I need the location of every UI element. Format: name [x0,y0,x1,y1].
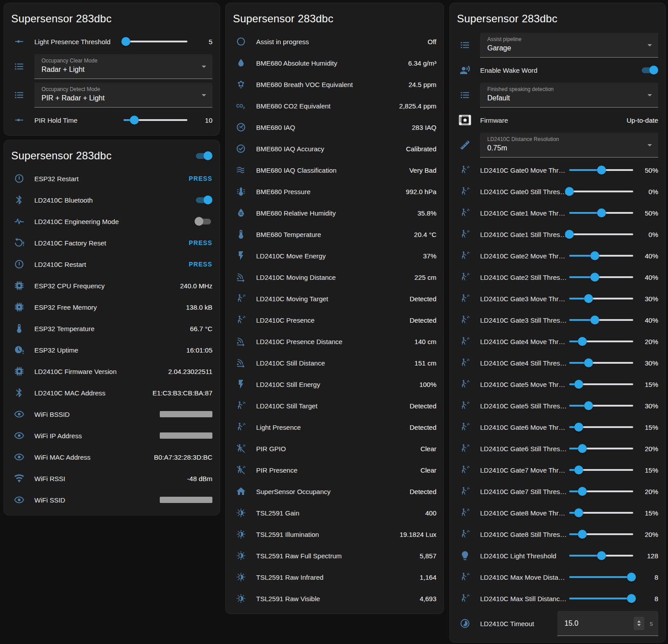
row-bme680-iaq[interactable]: BME680 IAQ283 IAQ [226,116,444,138]
row-ld2410c-still-energy[interactable]: LD2410C Still Energy100% [226,374,444,395]
row-wifi-ip-address[interactable]: WiFi IP Address [4,425,220,446]
slider-thumb[interactable] [565,230,574,239]
row-bme680-iaq-classification[interactable]: BME680 IAQ ClassificationVery Bad [226,159,444,181]
row-ld2410c-max-still-distanc[interactable]: LD2410C Max Still Distanc…8 [450,588,665,609]
select-finished-speaking-detection[interactable]: Finished speaking detectionDefault [480,83,658,108]
row-finished-speaking-detection[interactable]: Finished speaking detectionDefault [450,81,665,109]
row-supersensor-occupancy[interactable]: SuperSensor OccupancyDetected [226,481,444,502]
slider-ld2410c-gate1-still-thres[interactable] [569,230,633,239]
slider-ld2410c-light-threshold[interactable] [569,551,633,560]
press-button[interactable]: PRESS [189,175,212,182]
slider-ld2410c-gate7-still-thres[interactable] [569,487,633,496]
row-ld2410c-gate0-move-thr[interactable]: LD2410C Gate0 Move Thr…50% [450,159,665,181]
slider-thumb[interactable] [627,594,636,603]
card-header-toggle[interactable] [195,151,212,160]
row-ld2410c-gate8-still-thres[interactable]: LD2410C Gate8 Still Thres…20% [450,524,665,545]
slider-ld2410c-gate3-still-thres[interactable] [569,316,633,324]
slider-light-presence-threshold[interactable] [124,37,187,46]
slider-ld2410c-max-move-dista[interactable] [569,573,633,582]
slider-thumb[interactable] [590,316,599,324]
select-ld2410c-distance-resolution[interactable]: LD2410C Distance Resolution0.75m [480,133,658,158]
row-pir-hold-time[interactable]: PIR Hold Time10 [4,109,220,131]
row-bme680-iaq-accuracy[interactable]: BME680 IAQ AccuracyCalibrated [226,138,444,159]
row-ld2410c-restart[interactable]: LD2410C RestartPRESS [4,253,220,275]
slider-thumb[interactable] [574,508,583,517]
row-ld2410c-gate1-still-thres[interactable]: LD2410C Gate1 Still Thres…0% [450,224,665,245]
select-occupancy-detect-mode[interactable]: Occupancy Detect ModePIR + Radar + Light [34,83,212,108]
slider-thumb[interactable] [574,465,583,474]
slider-thumb[interactable] [584,358,593,367]
row-tsl2591-raw-visible[interactable]: TSL2591 Raw Visible4,693 [226,588,444,609]
row-esp32-uptime[interactable]: ESP32 Uptime16:01:05 [4,339,220,361]
number-input-ld2410c-timeout[interactable]: 15.0s [557,611,658,636]
row-ld2410c-firmware-version[interactable]: LD2410C Firmware Version2.04.23022511 [4,361,220,382]
row-assist-pipeline[interactable]: Assist pipelineGarage [450,31,665,59]
stepper-down-icon[interactable] [637,624,641,626]
row-ld2410c-still-target[interactable]: LD2410C Still TargetDetected [226,395,444,416]
slider-thumb[interactable] [578,337,587,346]
row-ld2410c-gate8-move-thr[interactable]: LD2410C Gate8 Move Thr…15% [450,502,665,524]
slider-thumb[interactable] [121,37,130,46]
slider-thumb[interactable] [574,380,583,389]
row-enable-wake-word[interactable]: Enable Wake Word [450,59,665,81]
slider-ld2410c-gate6-move-thr[interactable] [569,423,633,432]
slider-thumb[interactable] [584,401,593,410]
slider-ld2410c-gate0-move-thr[interactable] [569,166,633,175]
row-ld2410c-presence-distance[interactable]: LD2410C Presence Distance140 cm [226,331,444,352]
row-ld2410c-gate6-move-thr[interactable]: LD2410C Gate6 Move Thr…15% [450,416,665,438]
slider-pir-hold-time[interactable] [124,116,187,125]
row-esp32-restart[interactable]: ESP32 RestartPRESS [4,168,220,189]
row-ld2410c-gate2-move-thr[interactable]: LD2410C Gate2 Move Thr…40% [450,245,665,266]
slider-thumb[interactable] [597,208,606,217]
slider-ld2410c-gate0-still-thres[interactable] [569,187,633,196]
slider-ld2410c-gate6-still-thres[interactable] [569,444,633,453]
slider-ld2410c-gate7-move-thr[interactable] [569,465,633,474]
row-ld2410c-move-energy[interactable]: LD2410C Move Energy37% [226,245,444,266]
slider-thumb[interactable] [584,294,593,303]
row-occupancy-detect-mode[interactable]: Occupancy Detect ModePIR + Radar + Light [4,81,220,109]
toggle-ld2410c-engineering-mode[interactable] [195,217,212,226]
row-ld2410c-still-distance[interactable]: LD2410C Still Distance151 cm [226,352,444,374]
slider-thumb[interactable] [597,166,606,175]
row-pir-gpio[interactable]: PIR GPIOClear [226,438,444,459]
toggle-ld2410c-bluetooth[interactable] [195,195,212,204]
row-pir-presence[interactable]: PIR PresenceClear [226,459,444,481]
toggle-enable-wake-word[interactable] [640,66,658,75]
row-ld2410c-mac-address[interactable]: LD2410C MAC AddressE1:C3:B3:CB:BA:87 [4,382,220,403]
row-bme680-breath-voc-equivalent[interactable]: BME680 Breath VOC Equivalent24.5 ppm [226,74,444,95]
row-bme680-temperature[interactable]: BME680 Temperature20.4 °C [226,224,444,245]
number-stepper[interactable] [634,617,644,630]
row-ld2410c-gate7-still-thres[interactable]: LD2410C Gate7 Still Thres…20% [450,481,665,502]
row-ld2410c-gate5-still-thres[interactable]: LD2410C Gate5 Still Thres…30% [450,395,665,416]
slider-thumb[interactable] [130,116,139,125]
row-tsl2591-gain[interactable]: TSL2591 Gain400 [226,502,444,524]
slider-thumb[interactable] [578,530,587,539]
row-ld2410c-timeout[interactable]: LD2410C Timeout15.0s [450,609,665,638]
row-wifi-bssid[interactable]: WiFi BSSID [4,403,220,425]
slider-ld2410c-max-still-distanc[interactable] [569,594,633,603]
slider-thumb[interactable] [590,273,599,282]
row-ld2410c-gate3-still-thres[interactable]: LD2410C Gate3 Still Thres…40% [450,309,665,331]
row-ld2410c-gate4-move-thr[interactable]: LD2410C Gate4 Move Thr…20% [450,331,665,352]
row-ld2410c-factory-reset[interactable]: LD2410C Factory ResetPRESS [4,232,220,253]
row-ld2410c-gate3-move-thr[interactable]: LD2410C Gate3 Move Thr…30% [450,288,665,309]
row-ld2410c-gate6-still-thres[interactable]: LD2410C Gate6 Still Thres…20% [450,438,665,459]
row-ld2410c-max-move-dista[interactable]: LD2410C Max Move Dista…8 [450,566,665,588]
row-bme680-absolute-humidity[interactable]: BME680 Absolute Humidity6.34 g/m³ [226,52,444,74]
select-occupancy-clear-mode[interactable]: Occupancy Clear ModeRadar + Light [34,54,212,79]
select-assist-pipeline[interactable]: Assist pipelineGarage [480,33,658,58]
row-light-presence-threshold[interactable]: Light Presence Threshold5 [4,31,220,52]
row-tsl2591-raw-full-spectrum[interactable]: TSL2591 Raw Full Spectrum5,857 [226,545,444,566]
row-wifi-mac-address[interactable]: WiFi MAC AddressB0:A7:32:28:3D:BC [4,446,220,468]
row-ld2410c-presence[interactable]: LD2410C PresenceDetected [226,309,444,331]
row-ld2410c-distance-resolution[interactable]: LD2410C Distance Resolution0.75m [450,131,665,159]
row-wifi-rssi[interactable]: WiFi RSSI-48 dBm [4,468,220,489]
row-occupancy-clear-mode[interactable]: Occupancy Clear ModeRadar + Light [4,52,220,81]
row-bme680-co2-equivalent[interactable]: CO2BME680 CO2 Equivalent2,825.4 ppm [226,95,444,116]
press-button[interactable]: PRESS [189,261,212,268]
slider-ld2410c-gate5-move-thr[interactable] [569,380,633,389]
slider-thumb[interactable] [590,251,599,260]
slider-ld2410c-gate4-move-thr[interactable] [569,337,633,346]
row-ld2410c-gate5-move-thr[interactable]: LD2410C Gate5 Move Thr…15% [450,374,665,395]
press-button[interactable]: PRESS [189,239,212,246]
